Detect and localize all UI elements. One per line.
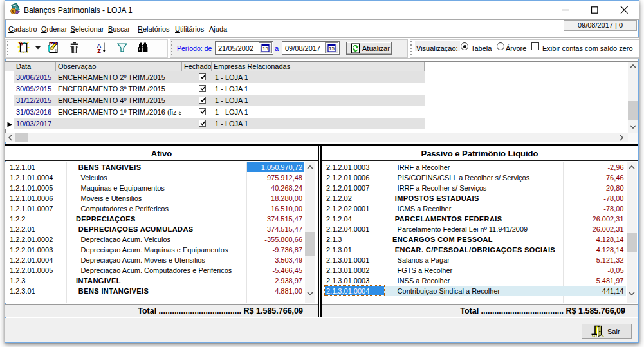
svg-text:Z: Z <box>97 48 101 53</box>
svg-text:15: 15 <box>262 46 268 52</box>
svg-text:15: 15 <box>329 46 335 52</box>
